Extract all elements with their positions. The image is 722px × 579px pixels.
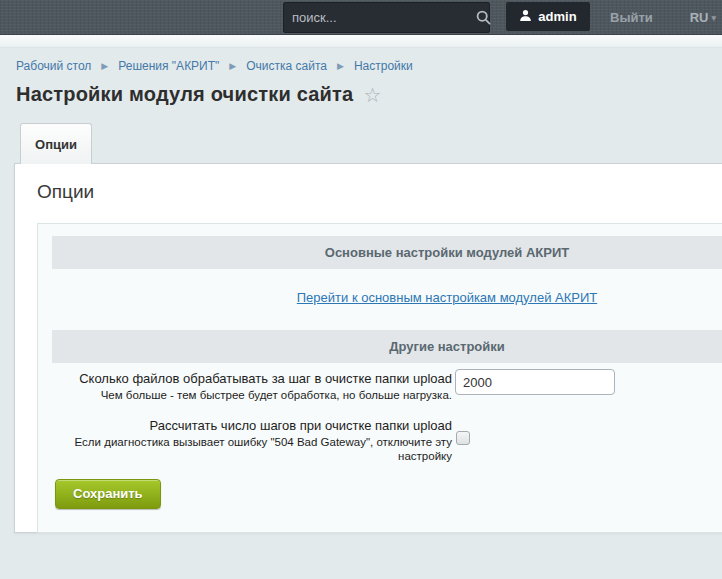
breadcrumb-item-settings[interactable]: Настройки [354,59,413,73]
field-label-cell: Сколько файлов обрабатывать за шаг в очи… [52,369,452,403]
calc-steps-hint: Если диагностика вызывает ошибку "504 Ba… [52,435,452,464]
button-row: Сохранить [52,479,722,509]
topbar-shadow-strip [0,35,722,48]
main-settings-link[interactable]: Перейти к основным настройкам модулей АК… [297,290,597,305]
calc-steps-label: Рассчитать число шагов при очистке папки… [52,418,452,434]
person-icon [519,8,532,26]
form-row-files-per-step: Сколько файлов обрабатывать за шаг в очи… [52,369,722,403]
search-input[interactable] [284,3,476,32]
field-label-cell: Рассчитать число шагов при очистке папки… [52,416,452,464]
topbar: admin Выйти RU ▾ [0,0,722,35]
save-button[interactable]: Сохранить [55,479,161,509]
search-box[interactable] [283,2,490,33]
files-per-step-label: Сколько файлов обрабатывать за шаг в очи… [52,371,452,387]
field-value-cell [452,369,722,403]
breadcrumb-separator-icon: ▶ [337,61,344,71]
chevron-down-icon: ▾ [711,13,716,23]
section-header-main: Основные настройки модулей АКРИТ [52,236,722,269]
user-name: admin [538,9,576,24]
tab-bar: Опции [0,123,722,163]
field-value-cell [452,416,722,464]
breadcrumb-item-solutions[interactable]: Решения "АКРИТ" [118,59,219,73]
logout-button[interactable]: Выйти [610,0,653,35]
section-header-other: Другие настройки [52,330,722,363]
tab-options[interactable]: Опции [20,123,92,164]
breadcrumb: Рабочий стол ▶ Решения "АКРИТ" ▶ Очистка… [0,48,722,73]
settings-form: Основные настройки модулей АКРИТ Перейти… [37,223,722,533]
language-selector[interactable]: RU ▾ [690,0,716,35]
breadcrumb-item-site-cleanup[interactable]: Очистка сайта [246,59,327,73]
user-menu-button[interactable]: admin [506,2,590,31]
search-icon[interactable] [476,10,491,25]
files-per-step-hint: Чем больше - тем быстрее будет обработка… [52,388,452,403]
section-heading: Опции [37,181,722,203]
breadcrumb-separator-icon: ▶ [101,61,108,71]
files-per-step-input[interactable] [455,369,615,395]
link-row: Перейти к основным настройкам модулей АК… [52,288,722,306]
calc-steps-checkbox[interactable] [456,431,470,445]
page-title: Настройки модуля очистки сайта [16,83,353,106]
content-panel: Опции Основные настройки модулей АКРИТ П… [14,163,722,533]
form-row-calc-steps: Рассчитать число шагов при очистке папки… [52,416,722,464]
breadcrumb-item-desktop[interactable]: Рабочий стол [16,59,91,73]
language-label: RU [690,10,709,25]
favorite-star-icon[interactable]: ☆ [363,85,381,105]
page-title-row: Настройки модуля очистки сайта ☆ [0,73,722,106]
breadcrumb-separator-icon: ▶ [229,61,236,71]
